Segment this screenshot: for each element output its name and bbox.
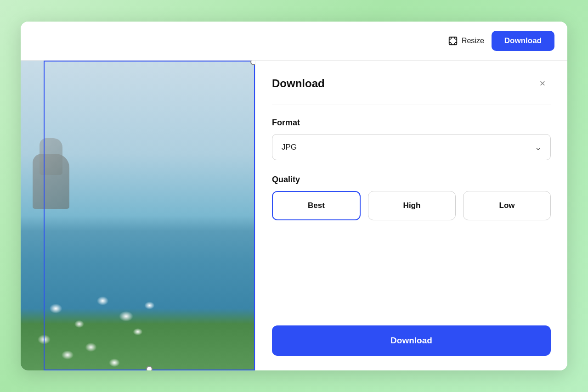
image-canvas — [21, 61, 255, 370]
app-container: Resize Download Download — [21, 22, 567, 370]
panel-header: Download × — [272, 75, 551, 92]
quality-buttons: Best High Low — [272, 191, 551, 220]
quality-low-button[interactable]: Low — [463, 191, 551, 220]
download-header-button[interactable]: Download — [492, 31, 554, 51]
resize-icon — [448, 36, 458, 46]
quality-low-label: Low — [499, 201, 515, 210]
divider — [272, 105, 551, 105]
resize-button[interactable]: Resize — [448, 36, 484, 46]
resize-label: Resize — [462, 37, 484, 45]
download-panel: Download × Format JPG PNG WEBP SVG ⌄ Qua… — [255, 61, 567, 370]
close-button[interactable]: × — [534, 75, 551, 92]
toolbar: Resize Download — [21, 22, 567, 61]
quality-section-label: Quality — [272, 175, 551, 185]
format-section-label: Format — [272, 118, 551, 128]
crop-handle-top-right[interactable] — [250, 61, 255, 65]
crop-selection-box — [44, 61, 255, 370]
svg-rect-0 — [449, 37, 457, 45]
download-main-button[interactable]: Download — [272, 325, 551, 356]
main-content: Download × Format JPG PNG WEBP SVG ⌄ Qua… — [21, 61, 567, 370]
image-panel — [21, 61, 255, 370]
quality-high-label: High — [403, 201, 421, 210]
quality-best-button[interactable]: Best — [272, 191, 361, 220]
quality-best-label: Best — [308, 201, 325, 210]
crop-handle-bottom[interactable] — [146, 366, 153, 370]
format-select[interactable]: JPG PNG WEBP SVG — [272, 134, 551, 160]
panel-title: Download — [272, 77, 325, 90]
format-dropdown-wrapper: JPG PNG WEBP SVG ⌄ — [272, 134, 551, 160]
quality-high-button[interactable]: High — [368, 191, 456, 220]
